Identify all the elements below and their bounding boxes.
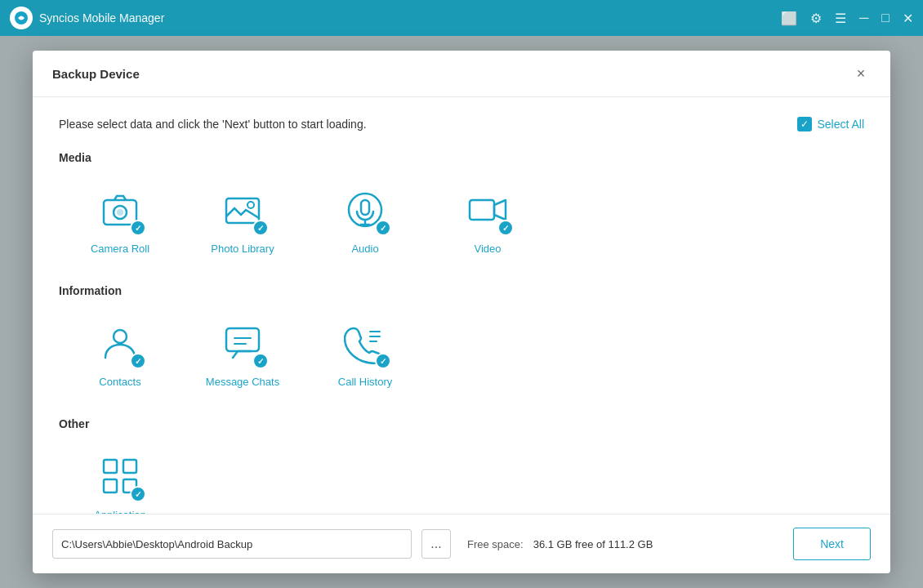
audio-icon-wrapper — [339, 184, 391, 236]
modal-overlay: Backup Device × Please select data and c… — [0, 36, 923, 588]
call-history-label: Call History — [338, 376, 392, 388]
settings-icon[interactable]: ⚙ — [810, 11, 822, 26]
item-application[interactable]: Application — [59, 443, 181, 514]
svg-rect-7 — [361, 200, 369, 215]
next-button[interactable]: Next — [793, 528, 871, 560]
section-title-other: Other — [59, 417, 864, 430]
video-label: Video — [474, 243, 501, 255]
contacts-check — [130, 353, 146, 369]
svg-rect-18 — [104, 460, 117, 473]
svg-rect-19 — [123, 460, 136, 473]
select-all-checkbox[interactable]: ✓ — [797, 117, 812, 131]
minimize-icon[interactable]: ─ — [859, 11, 868, 25]
monitor-icon[interactable]: ⬜ — [781, 11, 797, 26]
camera-roll-icon-wrapper — [94, 184, 146, 236]
backup-dialog: Backup Device × Please select data and c… — [33, 51, 890, 573]
call-history-icon-wrapper — [339, 317, 391, 369]
title-bar: Syncios Mobile Manager ⬜ ⚙ ☰ ─ □ ✕ — [0, 0, 923, 36]
browse-button[interactable]: ... — [421, 529, 451, 559]
application-icon-wrapper — [94, 450, 146, 502]
maximize-icon[interactable]: □ — [881, 11, 890, 25]
item-audio[interactable]: Audio — [304, 177, 426, 261]
svg-point-3 — [117, 209, 123, 216]
contacts-label: Contacts — [99, 376, 140, 388]
video-check — [497, 220, 514, 236]
item-photo-library[interactable]: Photo Library — [181, 177, 304, 261]
application-check — [130, 486, 146, 502]
other-items-grid: Application — [59, 443, 864, 514]
audio-check — [375, 220, 391, 236]
camera-roll-label: Camera Roll — [91, 243, 149, 255]
menu-icon[interactable]: ☰ — [835, 11, 846, 26]
dialog-title: Backup Device — [52, 67, 140, 81]
call-history-check — [375, 353, 391, 369]
svg-rect-10 — [470, 200, 494, 220]
information-items-grid: Contacts Message Chats — [59, 310, 864, 394]
svg-point-11 — [114, 330, 127, 343]
photo-library-icon-wrapper — [216, 184, 269, 236]
item-video[interactable]: Video — [426, 177, 549, 261]
dialog-close-button[interactable]: × — [851, 64, 871, 83]
instruction-text: Please select data and click the 'Next' … — [59, 118, 367, 131]
item-camera-roll[interactable]: Camera Roll — [59, 177, 181, 261]
item-message-chats[interactable]: Message Chats — [181, 310, 304, 394]
window-controls: ⬜ ⚙ ☰ ─ □ ✕ — [781, 11, 913, 26]
message-chats-check — [252, 353, 269, 369]
dialog-header: Backup Device × — [33, 51, 890, 97]
dialog-body: Please select data and click the 'Next' … — [33, 97, 890, 514]
select-all-label: Select All — [817, 118, 864, 131]
svg-rect-12 — [226, 328, 259, 351]
photo-library-check — [252, 220, 269, 236]
free-space-label: Free space: — [467, 538, 524, 550]
video-icon-wrapper — [462, 184, 514, 236]
media-items-grid: Camera Roll Photo Library — [59, 177, 864, 261]
item-contacts[interactable]: Contacts — [59, 310, 181, 394]
backup-path-input[interactable] — [52, 529, 412, 559]
svg-rect-20 — [104, 479, 117, 492]
message-chats-icon-wrapper — [216, 317, 269, 369]
item-call-history[interactable]: Call History — [304, 310, 426, 394]
camera-roll-check — [130, 220, 146, 236]
app-logo — [10, 7, 33, 29]
photo-library-label: Photo Library — [211, 243, 274, 255]
message-chats-label: Message Chats — [206, 376, 279, 388]
instruction-row: Please select data and click the 'Next' … — [59, 117, 864, 131]
section-title-information: Information — [59, 284, 864, 297]
dialog-footer: ... Free space: 36.1 GB free of 111.2 GB… — [33, 514, 890, 573]
app-title: Syncios Mobile Manager — [39, 11, 164, 24]
contacts-icon-wrapper — [94, 317, 146, 369]
svg-point-5 — [247, 202, 254, 208]
free-space-value: 36.1 GB free of 111.2 GB — [533, 538, 653, 550]
select-all-button[interactable]: ✓ Select All — [797, 117, 864, 131]
window-close-icon[interactable]: ✕ — [903, 11, 913, 26]
section-title-media: Media — [59, 151, 864, 164]
audio-label: Audio — [351, 243, 378, 255]
